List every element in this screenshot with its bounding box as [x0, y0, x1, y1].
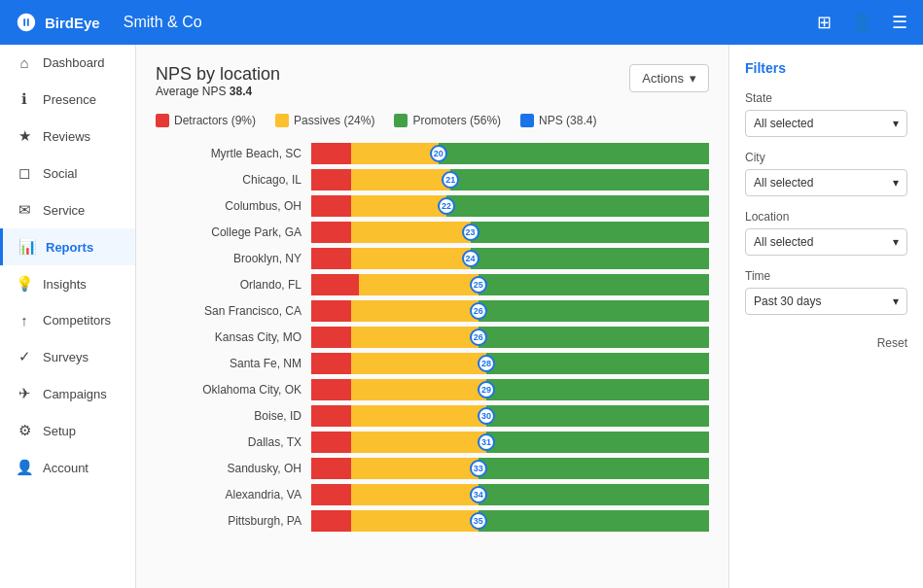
bar-passives [351, 510, 479, 532]
reports-icon: 📊 [18, 238, 36, 256]
filter-location: Location All selected ▾ [745, 210, 907, 256]
legend-detractors: Detractors (9%) [156, 114, 256, 127]
bar-detractors [311, 222, 351, 243]
city-select[interactable]: All selected ▾ [745, 169, 907, 196]
nps-marker: 29 [478, 381, 495, 398]
legend-nps: NPS (38.4) [520, 114, 596, 127]
passives-color [275, 114, 289, 127]
state-value: All selected [754, 117, 813, 130]
location-chevron-icon: ▾ [893, 235, 899, 249]
row-location-label: College Park, GA [156, 225, 311, 239]
bar-container: 34 [311, 484, 709, 505]
bar-detractors [311, 195, 351, 217]
chart-legend: Detractors (9%) Passives (24%) Promoters… [156, 114, 709, 127]
bar-container: 28 [311, 353, 709, 374]
bar-passives [351, 143, 439, 164]
bar-passives [351, 353, 486, 374]
reset-button[interactable]: Reset [877, 336, 907, 350]
account-icon: 👤 [16, 459, 33, 476]
bar-detractors [311, 353, 351, 374]
chart-row: Boise, ID30 [156, 405, 709, 427]
filter-time: Time Past 30 days ▾ [745, 269, 907, 315]
nps-value: 23 [462, 224, 479, 241]
row-location-label: Orlando, FL [156, 278, 311, 292]
logo: BirdEye [16, 12, 100, 33]
bar-container: 26 [311, 327, 709, 348]
city-value: All selected [754, 176, 813, 190]
bar-promoters [471, 222, 709, 243]
user-icon[interactable]: 👤 [851, 12, 872, 33]
chart-row: Oklahoma City, OK29 [156, 379, 709, 400]
bar-passives [351, 405, 486, 427]
bar-passives [351, 248, 471, 269]
sidebar-item-setup[interactable]: ⚙ Setup [0, 412, 135, 449]
bar-detractors [311, 458, 351, 479]
nps-color [520, 114, 534, 127]
bar-promoters [450, 169, 709, 190]
sidebar-item-competitors[interactable]: ↑ Competitors [0, 302, 135, 338]
actions-button[interactable]: Actions ▾ [629, 64, 709, 92]
time-select[interactable]: Past 30 days ▾ [745, 288, 907, 315]
birdeye-logo-icon [16, 12, 37, 33]
nps-value: 28 [478, 355, 495, 372]
filter-city: City All selected ▾ [745, 151, 907, 196]
bar-passives [351, 379, 486, 400]
bar-passives [351, 432, 486, 453]
nps-value: 30 [478, 407, 495, 425]
chart-rows: Myrtle Beach, SC20Chicago, IL21Columbus,… [156, 143, 709, 532]
sidebar-item-service[interactable]: ✉ Service [0, 191, 135, 228]
presence-icon: ℹ [16, 90, 33, 108]
nps-value: 25 [470, 276, 487, 294]
nps-marker: 34 [470, 486, 487, 503]
surveys-icon: ✓ [16, 348, 33, 365]
sidebar-item-dashboard[interactable]: ⌂ Dashboard [0, 45, 135, 81]
location-select[interactable]: All selected ▾ [745, 228, 907, 256]
nps-value: 26 [470, 329, 487, 346]
bar-passives [351, 300, 479, 322]
row-location-label: Columbus, OH [156, 199, 311, 213]
nps-marker: 24 [462, 250, 479, 267]
bar-passives [351, 169, 450, 190]
detractors-label: Detractors (9%) [174, 114, 256, 127]
bar-passives [351, 484, 479, 505]
sidebar-label-dashboard: Dashboard [43, 55, 105, 70]
sidebar-item-campaigns[interactable]: ✈ Campaigns [0, 375, 135, 412]
sidebar-label-campaigns: Campaigns [43, 387, 107, 401]
competitors-icon: ↑ [16, 312, 33, 329]
city-chevron-icon: ▾ [893, 176, 899, 190]
sidebar-label-competitors: Competitors [43, 313, 111, 328]
nps-value: 33 [470, 460, 487, 477]
bar-detractors [311, 405, 351, 427]
sidebar-item-social[interactable]: ◻ Social [0, 155, 135, 191]
sidebar-item-reviews[interactable]: ★ Reviews [0, 118, 135, 155]
chart-row: San Francisco, CA26 [156, 300, 709, 322]
sidebar-item-presence[interactable]: ℹ Presence [0, 81, 135, 118]
bar-container: 25 [311, 274, 709, 295]
nps-value: 35 [470, 512, 487, 530]
sidebar-label-social: Social [43, 166, 77, 181]
bar-detractors [311, 484, 351, 505]
chart-row: Kansas City, MO26 [156, 327, 709, 348]
sidebar-item-surveys[interactable]: ✓ Surveys [0, 338, 135, 375]
nps-marker: 22 [438, 197, 455, 215]
nps-marker: 31 [478, 433, 495, 451]
chart-row: Brooklyn, NY24 [156, 248, 709, 269]
menu-icon[interactable]: ☰ [892, 12, 907, 33]
filters-panel: Filters State All selected ▾ City All se… [728, 45, 923, 588]
bar-passives [351, 222, 471, 243]
sidebar-item-account[interactable]: 👤 Account [0, 449, 135, 486]
bar-container: 26 [311, 300, 709, 322]
legend-passives: Passives (24%) [275, 114, 374, 127]
nps-marker: 28 [478, 355, 495, 372]
bar-detractors [311, 143, 351, 164]
bar-container: 33 [311, 458, 709, 479]
bar-detractors [311, 248, 351, 269]
row-location-label: Sandusky, OH [156, 462, 311, 475]
state-label: State [745, 91, 907, 105]
grid-icon[interactable]: ⊞ [817, 12, 832, 33]
sidebar-item-reports[interactable]: 📊 Reports [0, 228, 135, 265]
state-select[interactable]: All selected ▾ [745, 110, 907, 137]
nps-marker: 20 [430, 145, 447, 162]
sidebar-item-insights[interactable]: 💡 Insights [0, 265, 135, 302]
insights-icon: 💡 [16, 275, 33, 293]
